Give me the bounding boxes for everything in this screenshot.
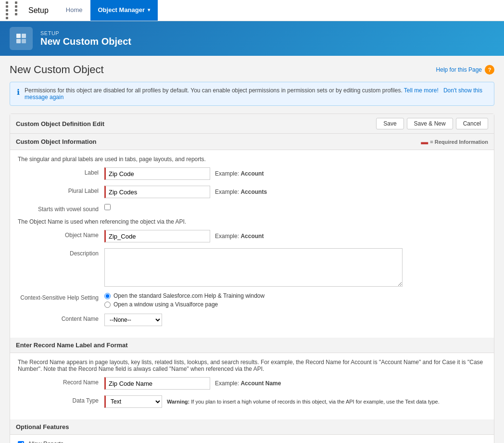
required-legend: ▬ = Required Information [421,138,488,146]
object-name-row: Object Name Example: Account [18,230,486,242]
plural-label-input[interactable] [104,186,210,198]
save-new-button[interactable]: Save & New [407,118,453,129]
data-type-select-row: Text Auto Number Warning: If you plan to… [104,395,440,408]
data-type-label: Data Type [18,395,104,404]
required-mark: ▬ [421,138,428,146]
nav-tabs: Home Object Manager ▾ [58,0,158,21]
page-header-text: SETUP New Custom Object [40,30,131,47]
info-banner-text: Permissions for this object are disabled… [25,87,487,101]
radio-standard-help[interactable] [104,293,111,299]
vowel-sound-label: Starts with vowel sound [18,204,104,213]
cancel-button[interactable]: Cancel [456,118,488,129]
label-field-label: Label [18,167,104,176]
radio-row-1: Open the standard Salesforce.com Help & … [104,292,265,299]
radio-visualforce[interactable] [104,302,111,308]
info-icon: ℹ [17,88,20,97]
record-name-input[interactable] [104,377,210,390]
allow-reports-checkbox[interactable] [18,441,24,443]
content-name-label: Content Name [18,314,104,322]
svg-rect-0 [16,34,21,38]
data-type-field: Text Auto Number Warning: If you plan to… [104,395,486,408]
cod-section: Custom Object Definition Edit Save Save … [10,114,494,443]
object-name-field: Example: Account [104,230,486,242]
description-textarea[interactable] [104,248,403,287]
svg-rect-1 [22,34,26,38]
record-name-field: Example: Account Name [104,377,486,390]
context-help-row: Context-Sensitive Help Setting Open the … [18,292,486,308]
cod-title: Custom Object Definition Edit [16,120,104,127]
help-icon: ? [485,65,494,75]
apps-icon[interactable] [6,1,23,19]
record-name-row: Record Name Example: Account Name [18,377,486,390]
page-header-title: New Custom Object [40,36,131,47]
context-help-field: Open the standard Salesforce.com Help & … [104,292,486,308]
record-name-example: Example: Account Name [215,380,281,387]
page-header: SETUP New Custom Object [0,21,504,56]
tab-object-manager[interactable]: Object Manager ▾ [90,0,158,21]
vowel-sound-field [104,204,486,210]
tab-home[interactable]: Home [58,0,90,21]
save-button[interactable]: Save [376,118,403,129]
main-content: New Custom Object Help for this Page ? ℹ… [0,56,504,443]
radio-row-2: Open a window using a Visualforce page [104,301,265,308]
record-name-desc: The Record Name appears in page layouts,… [18,359,486,372]
object-name-label: Object Name [18,230,104,239]
content-name-field: --None-- [104,314,486,326]
label-example: Example: Account [215,170,264,177]
data-type-row: Data Type Text Auto Number Warning: If y… [18,395,486,408]
plural-label-field-label: Plural Label [18,186,104,194]
record-name-body: The Record Name appears in page layouts,… [10,353,494,419]
label-field: Example: Account [104,167,486,180]
object-name-input[interactable] [104,230,210,242]
vowel-sound-checkbox[interactable] [104,204,111,210]
cod-buttons: Save Save & New Cancel [376,118,488,129]
tell-me-more-link[interactable]: Tell me more! [404,87,439,94]
help-link[interactable]: Help for this Page [436,66,482,73]
api-hint: The Object Name is used when referencing… [18,218,486,225]
context-help-label: Context-Sensitive Help Setting [18,292,104,301]
plural-label-row: Plural Label Example: Accounts [18,186,486,198]
app-name: Setup [28,6,49,15]
plural-label-field: Example: Accounts [104,186,486,198]
optional-features-body: Allow Reports Allow Activities Track Fie… [10,435,494,443]
top-navigation: Setup Home Object Manager ▾ [0,0,504,21]
cod-header: Custom Object Definition Edit Save Save … [10,114,494,134]
object-name-example: Example: Account [215,233,264,240]
svg-rect-2 [16,39,21,43]
feature-allow-reports: Allow Reports [18,441,486,443]
svg-rect-3 [22,39,26,43]
description-row: Description [18,248,486,287]
radio-group: Open the standard Salesforce.com Help & … [104,292,265,308]
form-hint: The singular and plural labels are used … [18,156,486,163]
help-area: Help for this Page ? [436,65,494,75]
content-name-row: Content Name --None-- [18,314,486,326]
plural-label-example: Example: Accounts [215,189,267,195]
data-type-select[interactable]: Text Auto Number [104,395,162,408]
data-type-warning: Warning: If you plan to insert a high vo… [167,399,440,405]
page-title: New Custom Object [10,63,104,76]
record-name-header: Enter Record Name Label and Format [10,338,494,353]
setup-label: SETUP [40,30,131,36]
content-name-select[interactable]: --None-- [104,314,162,326]
object-icon [10,27,33,50]
record-name-label: Record Name [18,377,104,386]
info-banner: ℹ Permissions for this object are disabl… [10,82,494,106]
custom-object-info-header: Custom Object Information ▬ = Required I… [10,134,494,150]
page-title-row: New Custom Object Help for this Page ? [10,63,494,76]
label-input[interactable] [104,167,210,180]
custom-object-info-body: The singular and plural labels are used … [10,150,494,338]
optional-features-header: Optional Features [10,419,494,435]
chevron-down-icon: ▾ [148,7,150,13]
label-row: Label Example: Account [18,167,486,180]
description-field [104,248,486,287]
description-label: Description [18,248,104,257]
vowel-sound-row: Starts with vowel sound [18,204,486,213]
